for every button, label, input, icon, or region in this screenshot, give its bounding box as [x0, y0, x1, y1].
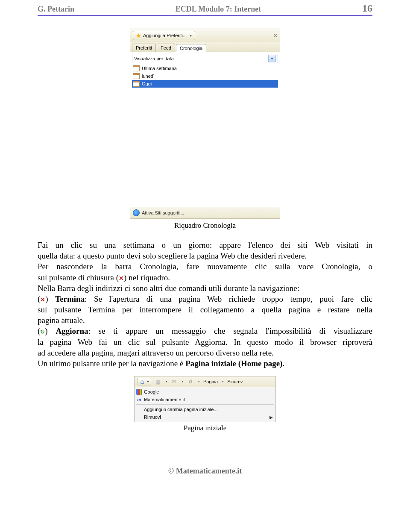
header-page: 16	[362, 3, 372, 14]
page-header: G. Pettarin ECDL Modulo 7: Internet 16	[38, 3, 372, 14]
body-line: sul pulsante di chiusura (	[38, 273, 119, 282]
chevron-down-icon: ▾	[222, 380, 224, 383]
panel-footer[interactable]: Attiva Siti suggeriti...	[130, 207, 280, 218]
calendar-icon	[133, 73, 140, 79]
home-button[interactable]: ▼	[137, 378, 151, 385]
bold-term: Pagina iniziale (Home page)	[185, 359, 282, 368]
ie-icon	[133, 209, 140, 216]
mail-icon[interactable]	[171, 378, 178, 385]
body-line: sul pulsante Termina per interrompere il…	[38, 305, 372, 314]
body-line: la pagina Web fai un clic sul pulsante A…	[38, 338, 372, 347]
home-menu-panel: ▼ ▾ ▾ ▾ Pagina ▾ Sicurez Google m	[134, 376, 276, 422]
feed-icon[interactable]	[155, 378, 161, 385]
body-line: Per nascondere la barra Cronologia, fare…	[38, 262, 372, 271]
header-title: ECDL Modulo 7: Internet	[74, 5, 362, 14]
body-line: quella data: a questo punto devi solo sc…	[38, 251, 307, 260]
chevron-down-icon: ▾	[182, 380, 184, 383]
body-line: pagina attuale.	[38, 316, 85, 325]
tab-feed[interactable]: Feed	[157, 44, 175, 52]
chevron-down-icon: ▾	[166, 380, 167, 383]
view-by-dropdown[interactable]: Visualizza per data ▼	[132, 54, 278, 63]
menu-item-remove[interactable]: Rimuovi ▶	[135, 413, 275, 421]
home-dropdown: Google m Matematicamente.it Aggiungi o c…	[135, 387, 275, 422]
menu-label: Aggiungi o cambia pagina iniziale...	[144, 407, 217, 412]
toolbar: ▼ ▾ ▾ ▾ Pagina ▾ Sicurez	[135, 376, 275, 387]
menu-item-google[interactable]: Google	[135, 388, 275, 396]
header-author: G. Pettarin	[38, 5, 74, 14]
body-line: ad accedere alla pagina, magari attraver…	[38, 348, 274, 357]
history-list: Ultima settimana lunedì Oggi	[132, 65, 278, 88]
add-favorites-label: Aggiungi a Preferiti...	[143, 33, 187, 38]
body-line: .	[283, 359, 285, 368]
dropdown-label: Visualizza per data	[134, 56, 174, 61]
history-panel: ★ Aggiungi a Preferiti... ▼ × Preferiti …	[130, 29, 280, 219]
body-line: ) nel riquadro.	[124, 273, 170, 282]
page-footer: © Matematicamente.it	[38, 467, 372, 476]
menu-label: Rimuovi	[144, 414, 161, 420]
print-icon[interactable]	[187, 378, 194, 385]
history-label: Oggi	[142, 81, 152, 86]
stop-icon: ✕	[40, 297, 45, 303]
google-icon	[136, 389, 142, 395]
body-line: Fai un clic su una settimana o un giorno…	[38, 241, 372, 250]
body-line: )	[45, 294, 55, 303]
star-icon: ★	[136, 32, 141, 39]
chevron-down-icon: ▼	[189, 34, 192, 37]
calendar-icon	[133, 81, 140, 87]
body-line: : se ti appare un messaggio che segnala …	[88, 326, 373, 335]
panel-body	[130, 89, 280, 207]
figure-caption-1: Riquadro Cronologia	[38, 221, 372, 230]
tab-body: Visualizza per data ▼ Ultima settimana l…	[130, 52, 280, 89]
menu-label: Matematicamente.it	[144, 397, 185, 402]
chevron-down-icon: ▼	[268, 55, 276, 62]
header-rule-2	[38, 15, 372, 16]
add-favorites-button[interactable]: ★ Aggiungi a Preferiti... ▼	[133, 31, 195, 40]
toolbar-label-security[interactable]: Sicurez	[227, 379, 243, 384]
history-item-week[interactable]: Ultima settimana	[132, 65, 278, 72]
history-label: Ultima settimana	[142, 66, 177, 71]
refresh-icon: ↻	[40, 329, 45, 335]
tab-cronologia[interactable]: Cronologia	[176, 44, 206, 52]
site-icon: m	[136, 397, 142, 403]
toolbar-label-page[interactable]: Pagina	[203, 379, 218, 384]
figure-caption-2: Pagina iniziale	[38, 424, 372, 432]
history-item-monday[interactable]: lunedì	[132, 72, 278, 80]
calendar-icon	[133, 65, 140, 71]
panel-toolbar: ★ Aggiungi a Preferiti... ▼ ×	[130, 29, 280, 42]
history-item-today[interactable]: Oggi	[132, 80, 278, 88]
body-line: : Se l'apertura di una pagina Web richie…	[85, 294, 372, 303]
body-text: Fai un clic su una settimana o un giorno…	[38, 240, 372, 368]
body-line: )	[45, 326, 56, 335]
home-icon	[139, 378, 146, 385]
bold-term: Aggiorna	[56, 326, 88, 335]
close-x-icon: ✕	[119, 275, 124, 282]
chevron-down-icon: ▾	[198, 380, 200, 383]
body-line: Un ultimo pulsante utile per la navigazi…	[38, 359, 185, 368]
close-icon[interactable]: ×	[274, 32, 277, 39]
chevron-right-icon: ▶	[269, 415, 273, 420]
tab-preferiti[interactable]: Preferiti	[132, 44, 156, 52]
panel-tabs: Preferiti Feed Cronologia	[130, 42, 280, 52]
chevron-down-icon: ▼	[146, 380, 149, 383]
history-label: lunedì	[142, 73, 155, 79]
body-line: Nella Barra degli indirizzi ci sono altr…	[38, 284, 299, 293]
separator	[136, 404, 274, 405]
menu-item-add-change[interactable]: Aggiungi o cambia pagina iniziale...	[135, 406, 275, 413]
bold-term: Termina	[55, 294, 85, 303]
menu-item-matematicamente[interactable]: m Matematicamente.it	[135, 396, 275, 403]
footer-label: Attiva Siti suggeriti...	[142, 210, 184, 215]
menu-label: Google	[144, 389, 159, 394]
